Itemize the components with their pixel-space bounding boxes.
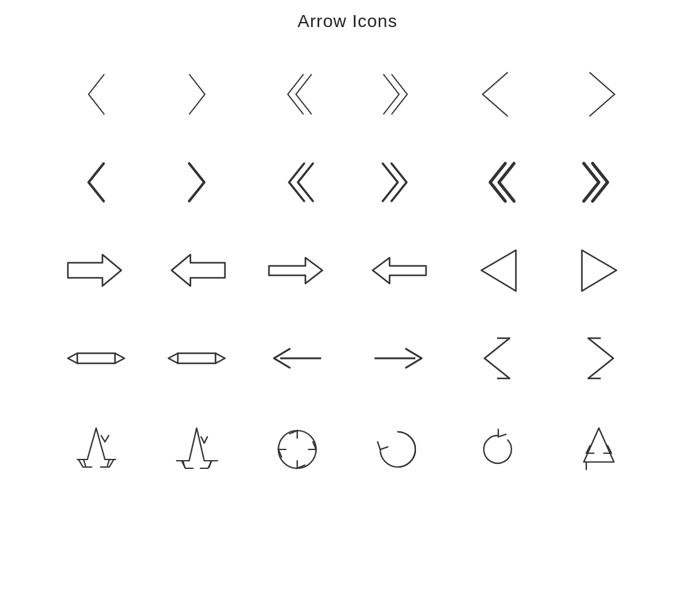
recycle-icon-3[interactable] — [549, 402, 649, 497]
triangle-left[interactable] — [448, 226, 549, 314]
chevron-left-sharp[interactable] — [448, 50, 549, 138]
recycle-icon-1[interactable] — [46, 402, 146, 497]
double-chevron-right-bold-rounded[interactable] — [549, 138, 649, 226]
svg-rect-6 — [77, 353, 115, 363]
arrow-right-line[interactable] — [348, 314, 448, 402]
double-chevron-right-thin[interactable] — [348, 50, 448, 138]
triangle-right[interactable] — [549, 226, 649, 314]
chevron-left-open[interactable] — [448, 314, 549, 402]
svg-marker-1 — [172, 255, 225, 286]
circular-arrows-3[interactable] — [448, 402, 549, 497]
arrow-left-line[interactable] — [247, 314, 348, 402]
arrow-left-outline2[interactable] — [348, 226, 448, 314]
double-chevron-right-rounded[interactable] — [348, 138, 448, 226]
svg-marker-5 — [582, 250, 616, 291]
circular-arrows-1[interactable] — [247, 402, 348, 497]
icon-row-2 — [46, 138, 649, 226]
svg-marker-3 — [373, 258, 426, 283]
double-arrow-right[interactable] — [146, 314, 247, 402]
icon-row-4 — [46, 314, 649, 402]
chevron-left-thin[interactable] — [46, 50, 146, 138]
svg-marker-2 — [269, 258, 322, 283]
double-chevron-left-thin[interactable] — [247, 50, 348, 138]
chevron-right-open[interactable] — [549, 314, 649, 402]
svg-marker-4 — [481, 250, 516, 291]
icon-row-3 — [46, 226, 649, 314]
chevron-right-sharp[interactable] — [549, 50, 649, 138]
icon-row-5 — [46, 402, 649, 497]
svg-rect-7 — [178, 353, 216, 363]
arrow-left-outline[interactable] — [146, 226, 247, 314]
svg-marker-0 — [68, 255, 121, 286]
double-chevron-left-bold-rounded[interactable] — [448, 138, 549, 226]
icon-row-1 — [46, 50, 649, 138]
chevron-right-thin[interactable] — [146, 50, 247, 138]
page-title: Arrow Icons — [298, 11, 398, 31]
chevron-right-rounded-single[interactable] — [146, 138, 247, 226]
double-arrow-left[interactable] — [46, 314, 146, 402]
recycle-icon-2[interactable] — [146, 402, 247, 497]
arrow-right-outline[interactable] — [46, 226, 146, 314]
circular-arrows-2[interactable] — [348, 402, 448, 497]
arrow-right-outline2[interactable] — [247, 226, 348, 314]
chevron-left-rounded-single[interactable] — [46, 138, 146, 226]
double-chevron-left-rounded[interactable] — [247, 138, 348, 226]
